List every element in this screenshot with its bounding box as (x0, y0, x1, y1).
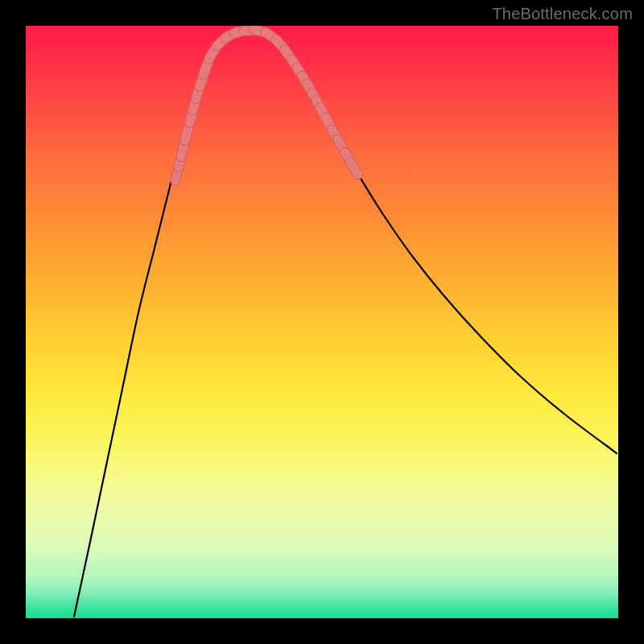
plot-area (26, 26, 618, 618)
curve-marker (185, 126, 189, 140)
chart-frame: TheBottleneck.com (0, 0, 644, 644)
watermark-text: TheBottleneck.com (492, 5, 633, 23)
chart-svg (26, 26, 618, 618)
bottleneck-curve (74, 31, 617, 617)
curve-markers (175, 30, 358, 181)
curve-marker (350, 162, 357, 175)
